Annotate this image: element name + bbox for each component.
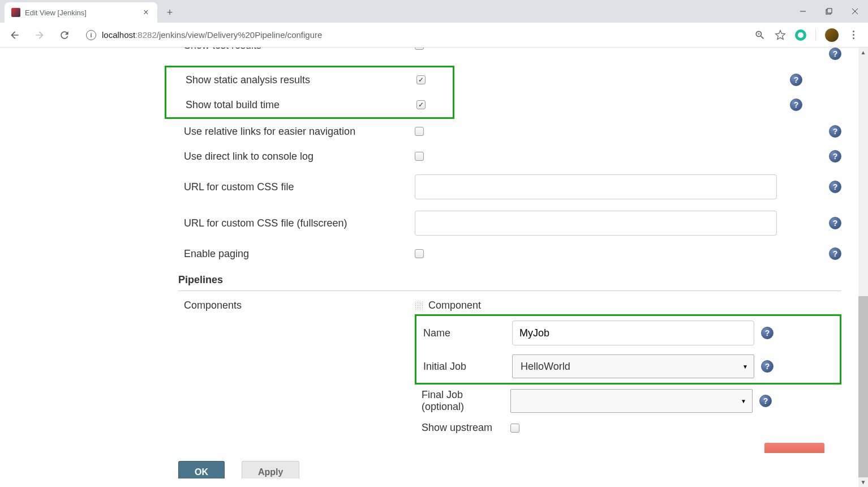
input-url-css-fullscreen[interactable]	[415, 211, 777, 236]
label-direct-link: Use direct link to console log	[178, 151, 415, 163]
checkbox-show-test-results[interactable]	[415, 48, 424, 50]
window-controls	[790, 0, 868, 23]
help-icon[interactable]: ?	[829, 150, 841, 163]
select-initial-job[interactable]: HelloWorld	[512, 354, 754, 378]
help-icon[interactable]: ?	[761, 327, 774, 339]
label-show-upstream: Show upstream	[415, 422, 504, 434]
label-relative-links: Use relative links for easier navigation	[178, 126, 415, 138]
row-relative-links: Use relative links for easier navigation…	[178, 119, 841, 144]
row-initial-job: Initial Job HelloWorld ?	[416, 350, 840, 383]
highlight-annotation-component: Name ? Initial Job HelloWorld ?	[415, 314, 841, 385]
checkbox-enable-paging[interactable]	[415, 249, 424, 258]
help-icon[interactable]: ?	[829, 181, 841, 193]
scroll-down-icon[interactable]: ▼	[858, 477, 868, 487]
row-final-job: Final Job (optional) ?	[415, 385, 841, 417]
help-icon[interactable]: ?	[829, 247, 841, 260]
row-enable-paging: Enable paging ?	[178, 241, 841, 266]
help-icon[interactable]: ?	[759, 395, 772, 407]
label-static-analysis: Show static analysis results	[180, 74, 416, 86]
jenkins-favicon	[11, 8, 20, 17]
input-url-css[interactable]	[415, 174, 777, 199]
row-components: Components Component Name ?	[178, 297, 841, 453]
tab-title: Edit View [Jenkins]	[25, 8, 137, 17]
site-info-icon[interactable]: i	[86, 30, 96, 40]
help-icon[interactable]: ?	[790, 74, 802, 86]
reload-button[interactable]	[54, 25, 75, 45]
back-button[interactable]	[5, 25, 25, 45]
address-bar: i localhost:8282/jenkins/view/Delivery%2…	[0, 23, 868, 48]
svg-rect-2	[827, 8, 832, 13]
checkbox-static-analysis[interactable]: ✓	[416, 75, 426, 84]
label-enable-paging: Enable paging	[178, 248, 415, 260]
bookmark-icon[interactable]	[775, 29, 786, 41]
row-url-css: URL for custom CSS file ?	[178, 169, 841, 205]
drag-handle-icon[interactable]	[415, 301, 424, 310]
select-final-job[interactable]	[510, 389, 753, 413]
checkbox-direct-link[interactable]	[415, 152, 424, 161]
browser-menu-icon[interactable]	[848, 29, 859, 41]
zoom-icon[interactable]	[754, 29, 766, 41]
grammarly-extension-icon[interactable]	[795, 29, 806, 41]
browser-tab[interactable]: Edit View [Jenkins] ×	[5, 2, 157, 23]
checkbox-relative-links[interactable]	[415, 127, 424, 136]
help-icon[interactable]: ?	[829, 217, 841, 229]
row-direct-link: Use direct link to console log ?	[178, 144, 841, 169]
component-title: Component	[428, 300, 481, 311]
label-component-name: Name	[416, 327, 505, 339]
forward-button[interactable]	[29, 25, 50, 45]
row-show-upstream: Show upstream	[415, 417, 841, 438]
button-bar: OK Apply	[0, 453, 858, 479]
scroll-thumb[interactable]	[858, 296, 868, 477]
help-icon[interactable]: ?	[829, 125, 841, 138]
row-url-css-fullscreen: URL for custom CSS file (fullscreen) ?	[178, 205, 841, 241]
label-initial-job: Initial Job	[416, 361, 505, 373]
help-icon[interactable]: ?	[829, 48, 841, 60]
label-total-build-time: Show total build time	[180, 99, 416, 111]
help-icon[interactable]: ?	[761, 360, 774, 373]
input-component-name[interactable]	[512, 321, 754, 345]
checkbox-total-build-time[interactable]: ✓	[416, 100, 426, 109]
delete-button[interactable]	[764, 443, 824, 453]
row-show-test-results: Show test results ?	[178, 48, 841, 66]
browser-tab-bar: Edit View [Jenkins] × +	[0, 0, 868, 23]
label-show-test-results: Show test results	[178, 48, 415, 52]
address-bar-actions	[754, 28, 863, 42]
url-bar[interactable]: i localhost:8282/jenkins/view/Delivery%2…	[79, 26, 750, 44]
row-total-build-time: Show total build time ✓ ?	[180, 92, 802, 117]
minimize-button[interactable]	[790, 0, 816, 23]
label-final-job: Final Job (optional)	[415, 389, 504, 413]
ok-button[interactable]: OK	[178, 461, 225, 479]
component-header: Component	[415, 297, 841, 314]
divider	[815, 29, 816, 41]
row-component-name: Name ?	[416, 316, 840, 350]
highlight-annotation: Show static analysis results ✓ ? Show to…	[165, 66, 454, 119]
help-icon[interactable]: ?	[790, 99, 802, 111]
url-text: localhost:8282/jenkins/view/Delivery%20P…	[102, 30, 322, 40]
close-tab-icon[interactable]: ×	[141, 8, 151, 17]
profile-avatar[interactable]	[825, 28, 839, 42]
label-url-css-fullscreen: URL for custom CSS file (fullscreen)	[178, 217, 415, 229]
label-components: Components	[178, 297, 415, 311]
maximize-button[interactable]	[816, 0, 842, 23]
new-tab-button[interactable]: +	[162, 5, 178, 20]
checkbox-show-upstream[interactable]	[510, 424, 519, 433]
row-static-analysis: Show static analysis results ✓ ?	[180, 67, 802, 92]
close-window-button[interactable]	[842, 0, 868, 23]
page-content: Show test results ? Show static analysis…	[0, 48, 858, 487]
delete-button-area	[415, 443, 841, 453]
scroll-up-icon[interactable]: ▲	[858, 48, 868, 57]
section-pipelines: Pipelines	[178, 266, 841, 291]
apply-button[interactable]: Apply	[242, 461, 299, 479]
label-url-css: URL for custom CSS file	[178, 181, 415, 193]
vertical-scrollbar[interactable]: ▲ ▼	[858, 48, 868, 487]
